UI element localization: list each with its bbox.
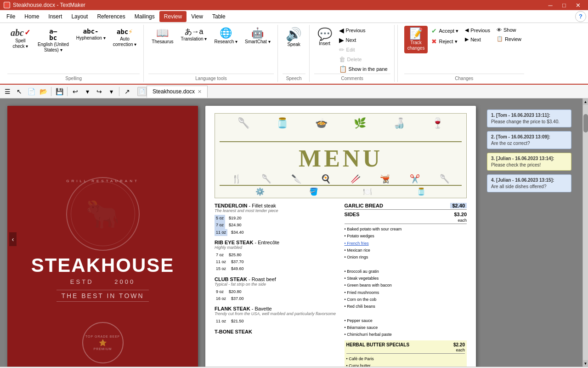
accept-button[interactable]: ✔ Accept ▾ bbox=[429, 26, 461, 36]
review-button[interactable]: 📋 Review bbox=[494, 34, 524, 43]
scroll-down[interactable]: ▼ bbox=[583, 360, 588, 367]
reject-button[interactable]: ✖ Reject ▾ bbox=[429, 36, 461, 46]
tab-bar: 📄 Steakhouse.docx ✕ bbox=[137, 86, 208, 98]
club-price2: $37.00 bbox=[231, 295, 244, 302]
menu-references[interactable]: References bbox=[92, 11, 130, 22]
garlic-bread-name: GARLIC BREAD bbox=[345, 203, 383, 208]
flank-price1: $21.50 bbox=[231, 318, 244, 325]
sides-name: SIDES bbox=[345, 212, 360, 223]
comment-2: 2. [Tom - 16.06.2023 13:09]: Are the oz … bbox=[487, 131, 571, 149]
utensil5: 🥢 bbox=[351, 174, 361, 184]
insert-comment-label: Insert bbox=[319, 41, 330, 46]
research-button[interactable]: 🌐 Research ▾ bbox=[211, 26, 241, 47]
show-pane-button[interactable]: 📋 Show in the pane bbox=[336, 64, 390, 74]
scroll-up[interactable]: ▲ bbox=[583, 98, 588, 105]
speech-group: 🔊 Speak Speech bbox=[279, 25, 310, 82]
menu-insert[interactable]: Insert bbox=[44, 11, 67, 22]
new-doc-button[interactable]: 📄 bbox=[26, 86, 37, 97]
doc-tab[interactable]: Steakhouse.docx ✕ bbox=[147, 86, 208, 98]
doc-area[interactable]: GRILL RESTAURANT 🐂 STEAKHOUSE ESTD 2000 … bbox=[0, 98, 588, 367]
menu-table[interactable]: Table bbox=[208, 11, 230, 22]
spell-check-button[interactable]: abc ✓ Spellcheck ▾ bbox=[7, 26, 34, 52]
minimize-button[interactable]: ─ bbox=[544, 0, 557, 10]
comments-group: 💬 Insert ◀ Previous ▶ Next ✏ Edit 🗑 bbox=[311, 25, 395, 82]
ribeye-row1: 7 oz $25.80 bbox=[215, 252, 337, 259]
flank-row1: 11 oz $21.50 bbox=[215, 318, 337, 325]
menu-file[interactable]: File bbox=[2, 11, 20, 22]
round2: 🪣 bbox=[309, 187, 318, 196]
track-changes-button[interactable]: 📝 Trackchanges bbox=[404, 26, 428, 53]
speak-button[interactable]: 🔊 Speak bbox=[283, 26, 305, 50]
thesaurus-button[interactable]: 📖 Thesaurus bbox=[148, 26, 176, 47]
undo-button[interactable]: ↩ bbox=[70, 86, 81, 97]
shelf-round-items: ⚙️ 🪣 🍽️ 🫙 bbox=[215, 187, 466, 196]
english-button[interactable]: a–bc English (UnitedStates) ▾ bbox=[34, 26, 72, 55]
open-button[interactable]: 📂 bbox=[38, 86, 49, 97]
smartchat-label: SmartChat ▾ bbox=[245, 39, 271, 45]
previous-comment-button[interactable]: ◀ Previous bbox=[336, 26, 390, 35]
next-change-button[interactable]: ▶ Next bbox=[462, 35, 493, 44]
vertical-scrollbar[interactable]: ▲ ▼ bbox=[582, 98, 588, 367]
club-steak-sizes: 9 oz $20.80 16 oz $37.00 bbox=[215, 288, 337, 303]
hyphenation-button[interactable]: abc- Hyphenation ▾ bbox=[73, 26, 109, 43]
item-bottle: 🍶 bbox=[393, 117, 405, 129]
utensil8: 🥄 bbox=[440, 174, 450, 184]
insert-comment-icon: 💬 bbox=[317, 28, 332, 40]
next-comment-button[interactable]: ▶ Next bbox=[336, 35, 390, 45]
auto-correction-button[interactable]: abc⚡ Autocorrection ▾ bbox=[110, 26, 140, 50]
save-button[interactable]: 💾 bbox=[54, 86, 65, 97]
prev-change-button[interactable]: ◀ Previous bbox=[462, 26, 493, 34]
badge-text2: Premium bbox=[93, 347, 112, 351]
herbal-butter-header: HERBAL BUTTER SPECIALS $2.20each bbox=[346, 342, 465, 354]
menu-home[interactable]: Home bbox=[20, 11, 44, 22]
doc-icon[interactable]: 📄 bbox=[137, 87, 147, 96]
show-button[interactable]: 👁 Show bbox=[494, 26, 524, 34]
help-button[interactable]: ? bbox=[575, 11, 586, 22]
menu-view[interactable]: View bbox=[187, 11, 208, 22]
insert-comment-button[interactable]: 💬 Insert bbox=[314, 26, 335, 49]
toolbar-sep1 bbox=[51, 87, 51, 96]
cursor-button[interactable]: ↗ bbox=[122, 86, 133, 97]
english-icon: a–bc bbox=[49, 28, 57, 41]
badge-icon: ⭐ bbox=[99, 339, 107, 346]
item-wine: 🍷 bbox=[431, 117, 444, 129]
menu-title-text: MENU bbox=[299, 145, 383, 172]
flank-steak-desc: Trendy cut from the USA, well marbled an… bbox=[215, 311, 337, 316]
club-row1: 9 oz $20.80 bbox=[215, 288, 337, 295]
smartchat-button[interactable]: 🤖 SmartChat ▾ bbox=[242, 26, 274, 47]
redo-dropdown[interactable]: ▾ bbox=[106, 86, 117, 97]
undo-dropdown[interactable]: ▾ bbox=[82, 86, 93, 97]
toolbar-sep2 bbox=[67, 87, 68, 96]
thesaurus-label: Thesaurus bbox=[152, 39, 173, 45]
ribeye-title: RIB EYE STEAK - Entrecôte bbox=[215, 240, 337, 245]
language-group-title: Language tools bbox=[148, 74, 273, 81]
ribeye-price1: $25.80 bbox=[229, 252, 242, 259]
scroll-thumb[interactable] bbox=[583, 114, 588, 132]
comments-panel: 1. [Tom - 16.06.2023 13:11]: Please chan… bbox=[483, 106, 575, 359]
comment-4-header: 4. [Julian - 16.06.2023 13:15]: bbox=[491, 178, 567, 183]
comment-1: 1. [Tom - 16.06.2023 13:11]: Please chan… bbox=[487, 109, 571, 127]
select-button[interactable]: ↖ bbox=[14, 86, 25, 97]
utensil1: 🍴 bbox=[232, 174, 242, 184]
ribeye-item: RIB EYE STEAK - Entrecôte Highly marbled… bbox=[215, 240, 337, 273]
format-button[interactable]: ☰ bbox=[2, 86, 13, 97]
doc-tab-close[interactable]: ✕ bbox=[198, 89, 202, 95]
show-pane-icon: 📋 bbox=[339, 66, 347, 72]
edit-comment-button[interactable]: ✏ Edit bbox=[336, 45, 390, 54]
menu-mailings[interactable]: Mailings bbox=[130, 11, 159, 22]
tenderloin-item: TENDERLOIN - Fillet steak The leanest an… bbox=[215, 203, 337, 236]
delete-comment-button[interactable]: 🗑 Delete bbox=[336, 55, 390, 64]
menu-layout[interactable]: Layout bbox=[67, 11, 92, 22]
menu-review[interactable]: Review bbox=[159, 11, 187, 22]
page-menu: 🥄 🫙 🍲 🌿 🍶 🍷 MENU 🍴 🥄 bbox=[205, 106, 476, 367]
side-item-6: • Broccoli au gratin bbox=[345, 268, 467, 275]
item-colander: 🍲 bbox=[315, 117, 328, 129]
close-button[interactable]: ✕ bbox=[571, 0, 584, 10]
page-nav-arrow[interactable]: ‹ bbox=[9, 232, 17, 246]
redo-button[interactable]: ↪ bbox=[94, 86, 105, 97]
circle-text-top: GRILL RESTAURANT bbox=[66, 179, 140, 183]
tbone-item: T-BONE STEAK bbox=[215, 329, 337, 334]
maximize-button[interactable]: □ bbox=[558, 0, 571, 10]
translation-button[interactable]: あ→a Translation ▾ bbox=[178, 26, 210, 44]
side-item-9: • Fried mushrooms bbox=[345, 289, 467, 296]
